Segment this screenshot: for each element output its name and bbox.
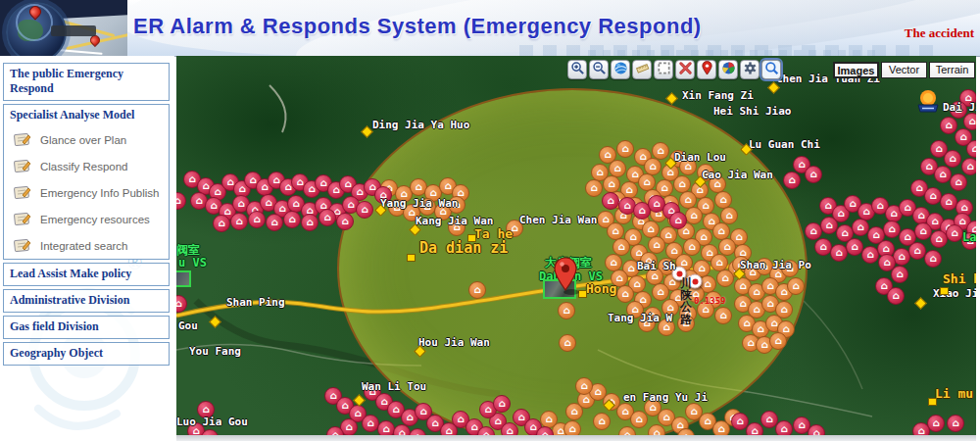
sidebar-section: Specialist Analyse ModelGlance over Plan… xyxy=(3,104,170,260)
sidebar-section-header-specialist-analyse-model[interactable]: Specialist Analyse Model xyxy=(4,105,169,126)
building-icon: ⌂ xyxy=(176,299,182,309)
orange-building-marker[interactable]: ⌂ xyxy=(638,315,656,332)
sidebar-section-header-geography-object[interactable]: Geography Object xyxy=(4,343,169,365)
toolbar-pan-globe-button[interactable] xyxy=(611,60,630,79)
toolbar-zoom-out-button[interactable] xyxy=(589,60,609,79)
orange-building-marker[interactable]: ⌂ xyxy=(559,334,576,352)
sidebar-item-classify-respond[interactable]: Classify Respond xyxy=(4,153,169,179)
orange-building-marker[interactable]: ⌂ xyxy=(716,270,734,287)
orange-building-marker[interactable]: ⌂ xyxy=(787,277,805,295)
red-building-marker[interactable]: ⌂ xyxy=(374,186,392,204)
orange-building-marker[interactable]: ⌂ xyxy=(593,413,611,430)
toolbar-search-button[interactable] xyxy=(761,60,781,79)
orange-building-marker[interactable]: ⌂ xyxy=(679,158,697,175)
orange-building-marker[interactable]: ⌂ xyxy=(677,428,695,435)
red-building-marker[interactable]: ⌂ xyxy=(887,287,905,305)
orange-building-marker[interactable]: ⌂ xyxy=(769,332,787,350)
red-building-marker[interactable]: ⌂ xyxy=(966,140,976,158)
red-building-marker[interactable]: ⌂ xyxy=(336,213,354,230)
toolbar-full-extent-button[interactable] xyxy=(654,60,673,79)
toolbar-zoom-in-button[interactable] xyxy=(567,60,587,79)
sidebar-section-header-gas-field-division[interactable]: Gas field Division xyxy=(4,317,169,338)
sidebar-item-emergency-resources[interactable]: Emergency resources xyxy=(4,206,169,232)
red-building-marker[interactable]: ⌂ xyxy=(266,214,283,231)
red-building-marker[interactable]: ⌂ xyxy=(197,401,215,418)
building-icon: ⌂ xyxy=(367,418,373,428)
red-building-marker[interactable]: ⌂ xyxy=(775,420,793,435)
red-building-marker[interactable]: ⌂ xyxy=(783,172,801,189)
red-building-marker[interactable]: ⌂ xyxy=(393,424,411,435)
valve-station-photo[interactable] xyxy=(176,270,191,287)
toolbar-add-marker-button[interactable] xyxy=(697,60,716,79)
orange-building-marker[interactable]: ⌂ xyxy=(575,377,593,395)
toolbar-measure-button[interactable] xyxy=(632,60,652,79)
incident-pin[interactable] xyxy=(553,257,580,296)
sidebar-item-emergency-info-publish[interactable]: Emergency Info Publish xyxy=(4,179,169,206)
building-icon: ⌂ xyxy=(470,422,477,432)
map-viewport[interactable]: ⌂⌂⌂⌂⌂⌂⌂⌂⌂⌂⌂⌂⌂⌂⌂⌂⌂⌂⌂⌂⌂⌂⌂⌂⌂⌂⌂⌂⌂⌂⌂⌂⌂⌂⌂⌂⌂⌂⌂⌂… xyxy=(176,56,976,435)
red-building-marker[interactable]: ⌂ xyxy=(301,214,318,231)
target-point-marker[interactable] xyxy=(672,267,687,281)
red-building-marker[interactable]: ⌂ xyxy=(947,415,964,432)
orange-building-marker[interactable]: ⌂ xyxy=(697,301,714,318)
orange-building-marker[interactable]: ⌂ xyxy=(616,285,634,303)
red-building-marker[interactable]: ⌂ xyxy=(248,211,266,228)
toolbar-layers-pie-button[interactable] xyxy=(718,60,738,79)
orange-building-marker[interactable]: ⌂ xyxy=(506,220,523,237)
orange-building-marker[interactable]: ⌂ xyxy=(585,179,603,197)
basemap-vector-button[interactable]: Vector xyxy=(881,62,927,78)
red-building-marker[interactable]: ⌂ xyxy=(493,395,511,413)
target-point-marker[interactable] xyxy=(688,274,703,289)
building-icon: ⌂ xyxy=(400,189,407,199)
orange-building-marker[interactable]: ⌂ xyxy=(714,307,732,324)
red-building-marker[interactable]: ⌂ xyxy=(808,424,825,435)
orange-building-marker[interactable]: ⌂ xyxy=(448,196,466,214)
red-building-marker[interactable]: ⌂ xyxy=(356,201,373,219)
orange-building-marker[interactable]: ⌂ xyxy=(564,420,581,435)
sidebar-section-header-administrative-division[interactable]: Administrative Division xyxy=(4,290,169,312)
sidebar-section-header-the-public-emergency-respond[interactable]: The public Emergency Respond xyxy=(4,64,169,100)
red-building-marker[interactable]: ⌂ xyxy=(213,215,230,232)
red-building-marker[interactable]: ⌂ xyxy=(409,428,426,435)
sidebar-item-glance-over-plan[interactable]: Glance over Plan xyxy=(4,126,169,153)
orange-building-marker[interactable]: ⌂ xyxy=(662,299,679,317)
basemap-images-button[interactable]: Images xyxy=(833,62,879,78)
building-icon: ⌂ xyxy=(431,418,438,428)
red-building-marker[interactable]: ⌂ xyxy=(176,295,187,313)
orange-building-marker[interactable]: ⌂ xyxy=(448,219,466,236)
sidebar-section-header-lead-assist-make-policy[interactable]: Lead Assist Make policy xyxy=(4,264,169,285)
red-building-marker[interactable]: ⌂ xyxy=(176,192,186,210)
red-building-marker[interactable]: ⌂ xyxy=(805,166,822,183)
orange-building-marker[interactable]: ⌂ xyxy=(658,318,675,336)
orange-building-marker[interactable]: ⌂ xyxy=(618,426,636,435)
orange-building-marker[interactable]: ⌂ xyxy=(677,315,695,332)
toolbar-clear-button[interactable] xyxy=(675,60,695,79)
orange-building-marker[interactable]: ⌂ xyxy=(468,281,486,299)
red-building-marker[interactable]: ⌂ xyxy=(924,250,942,268)
sunrise-icon[interactable] xyxy=(915,88,943,114)
orange-building-marker[interactable]: ⌂ xyxy=(616,140,634,158)
basemap-terrain-button[interactable]: Terrain xyxy=(929,62,975,78)
red-building-marker[interactable]: ⌂ xyxy=(961,232,976,250)
red-building-marker[interactable]: ⌂ xyxy=(746,422,763,435)
red-building-marker[interactable]: ⌂ xyxy=(669,212,687,229)
red-building-marker[interactable]: ⌂ xyxy=(940,117,957,134)
red-building-marker[interactable]: ⌂ xyxy=(318,209,336,226)
red-building-marker[interactable]: ⌂ xyxy=(944,150,961,168)
orange-building-marker[interactable]: ⌂ xyxy=(558,302,575,319)
red-building-marker[interactable]: ⌂ xyxy=(602,192,619,210)
red-building-marker[interactable]: ⌂ xyxy=(912,422,930,435)
sidebar-item-integrated-search[interactable]: Integrated search xyxy=(4,232,169,259)
toolbar-settings-gear-button[interactable] xyxy=(740,60,760,79)
building-icon: ⌂ xyxy=(757,324,763,334)
orange-building-marker[interactable]: ⌂ xyxy=(648,424,665,435)
orange-building-marker[interactable]: ⌂ xyxy=(781,260,799,277)
red-building-marker[interactable]: ⌂ xyxy=(201,429,219,435)
red-building-marker[interactable]: ⌂ xyxy=(950,173,967,191)
orange-building-marker[interactable]: ⌂ xyxy=(652,283,669,301)
building-icon: ⌂ xyxy=(929,191,936,201)
red-building-marker[interactable]: ⌂ xyxy=(230,213,248,230)
red-building-marker[interactable]: ⌂ xyxy=(961,158,976,175)
red-building-marker[interactable]: ⌂ xyxy=(283,211,301,228)
red-building-marker[interactable]: ⌂ xyxy=(891,266,908,283)
